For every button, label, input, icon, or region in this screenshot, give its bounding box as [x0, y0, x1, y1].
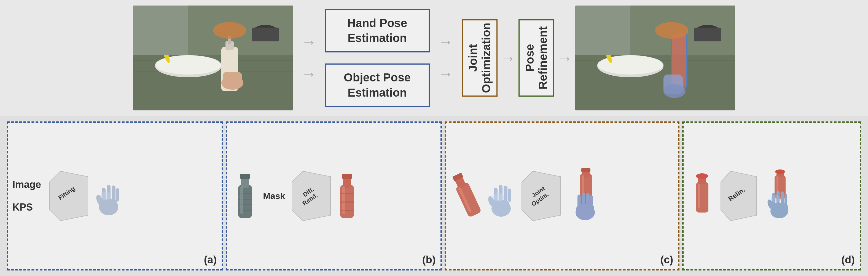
- panel-a: Image KPS Fitting: [7, 121, 223, 271]
- svg-point-40: [100, 192, 111, 200]
- main-container: → → Hand Pose Estimation Object Pose Est…: [0, 0, 868, 276]
- bottom-row: Image KPS Fitting: [0, 116, 868, 276]
- panel-c: Joint Optim.: [444, 121, 679, 271]
- hand-bottle-refined-d: [760, 168, 798, 224]
- estimation-boxes: Hand Pose Estimation Object Pose Estimat…: [325, 5, 430, 110]
- refin-shape: Refin.: [718, 168, 760, 224]
- svg-rect-84: [696, 182, 708, 213]
- input-photo: [133, 5, 293, 110]
- joint-opt-container: Joint Optimization: [462, 5, 498, 110]
- hand-3d-icon-c: [483, 172, 519, 219]
- right-arrow-2: →: [554, 5, 575, 110]
- svg-point-27: [655, 22, 688, 39]
- bottle-rendered-b: [333, 168, 361, 224]
- svg-point-86: [696, 173, 708, 179]
- svg-rect-57: [340, 201, 354, 202]
- panel-a-label: (a): [204, 254, 217, 266]
- hand-3d-icon-a: [91, 174, 126, 218]
- diff-rend-shape: Diff. Rend.: [289, 168, 333, 224]
- output-photo: [575, 5, 735, 110]
- left-arrows: → →: [293, 5, 325, 110]
- svg-marker-31: [49, 171, 88, 221]
- svg-rect-48: [240, 186, 243, 214]
- arrow-top-mid: →: [438, 34, 454, 50]
- svg-rect-46: [238, 204, 252, 205]
- mask-container: Mask: [263, 191, 285, 201]
- mask-label: Mask: [263, 191, 285, 201]
- svg-point-25: [663, 84, 685, 98]
- pose-refinement-box: Pose Refinement: [519, 19, 554, 96]
- arrow-bottom-mid: →: [438, 66, 454, 82]
- svg-rect-81: [582, 193, 585, 206]
- arrow-top-left: →: [301, 34, 317, 50]
- svg-rect-56: [340, 193, 354, 194]
- svg-rect-38: [116, 188, 119, 201]
- svg-rect-76: [581, 168, 590, 172]
- svg-rect-37: [112, 186, 116, 201]
- svg-rect-15: [252, 28, 279, 42]
- panel-c-label: (c): [660, 254, 673, 266]
- kitchen-photo-left: [133, 5, 293, 110]
- svg-rect-43: [240, 174, 250, 179]
- panel-d: Refin.: [682, 121, 861, 271]
- svg-rect-83: [590, 195, 593, 206]
- svg-rect-80: [578, 195, 581, 207]
- panel-d-label: (d): [841, 254, 855, 266]
- svg-rect-29: [694, 28, 721, 42]
- svg-rect-95: [771, 203, 788, 216]
- bottle-tilted-c: [450, 167, 483, 225]
- svg-rect-98: [781, 192, 784, 204]
- svg-rect-99: [784, 194, 787, 204]
- svg-rect-16: [133, 5, 188, 55]
- svg-point-92: [775, 169, 785, 174]
- svg-point-13: [213, 22, 246, 39]
- right-arrow-1: →: [498, 5, 519, 110]
- fitting-shape: Fitting: [46, 168, 91, 224]
- svg-rect-67: [504, 186, 507, 202]
- pose-ref-container: Pose Refinement: [519, 5, 554, 110]
- svg-rect-41: [238, 185, 252, 218]
- svg-rect-54: [342, 174, 352, 179]
- arrow-to-refine: →: [500, 49, 516, 67]
- svg-rect-44: [238, 193, 252, 194]
- arrow-bottom-left: →: [301, 66, 317, 82]
- bottle-hand-rendered-c: [563, 168, 607, 224]
- kps-label: KPS: [12, 201, 41, 213]
- svg-rect-58: [340, 210, 354, 211]
- panel-a-labels: Image KPS: [12, 179, 41, 213]
- bottle-3d-icon-b: [231, 168, 259, 224]
- joint-optim-shape: Joint Optim.: [519, 168, 563, 224]
- image-label: Image: [12, 179, 41, 190]
- svg-rect-30: [575, 5, 630, 55]
- middle-arrows: → →: [430, 5, 462, 110]
- svg-rect-87: [698, 184, 700, 209]
- arrow-to-output: →: [557, 49, 572, 67]
- svg-point-101: [771, 195, 781, 202]
- svg-rect-45: [238, 199, 252, 200]
- object-pose-box: Object Pose Estimation: [325, 63, 430, 107]
- svg-rect-10: [223, 72, 242, 88]
- hand-pose-box: Hand Pose Estimation: [325, 9, 430, 52]
- svg-point-70: [493, 193, 504, 201]
- kitchen-photo-right: [575, 5, 735, 110]
- panel-b: Mask Diff. Rend.: [226, 121, 442, 271]
- svg-rect-47: [238, 210, 252, 211]
- bottle-small-d: [688, 168, 718, 224]
- svg-rect-68: [508, 189, 511, 202]
- top-row: → → Hand Pose Estimation Object Pose Est…: [0, 0, 868, 116]
- joint-optimization-box: Joint Optimization: [462, 19, 498, 96]
- panel-b-label: (b): [422, 254, 436, 266]
- svg-rect-82: [586, 193, 590, 205]
